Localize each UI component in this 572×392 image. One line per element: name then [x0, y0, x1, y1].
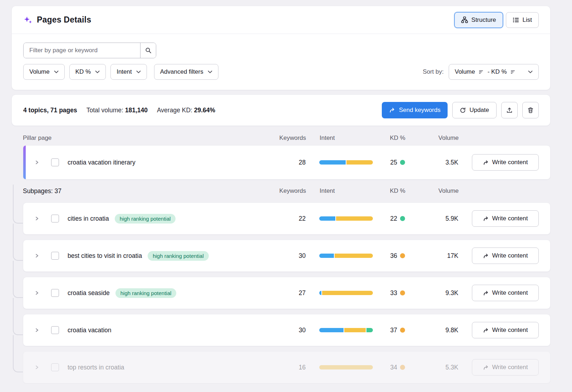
sort-by-select[interactable]: Volume - KD % [449, 64, 539, 80]
keywords-count: 30 [277, 252, 306, 260]
subpages-count: Subpages: 37 [23, 187, 277, 195]
kd-value: 25 [390, 159, 397, 166]
write-content-label: Write content [492, 215, 528, 222]
col-kd: KD % [373, 187, 405, 195]
tree-connector [13, 335, 23, 372]
page-title[interactable]: best cities to visit in croatia [68, 252, 142, 260]
forward-arrow-icon [483, 253, 489, 259]
write-content-button[interactable]: Write content [472, 248, 539, 264]
col-pillar-page: Pillar page [23, 134, 277, 142]
total-volume-label: Total volume: [87, 107, 123, 114]
write-content-button[interactable]: Write content [472, 285, 539, 301]
chevron-down-icon [136, 70, 141, 74]
chevron-down-icon [54, 70, 59, 74]
advanced-filters[interactable]: Advanced filters [154, 64, 218, 80]
page-title[interactable]: top resorts in croatia [68, 364, 124, 371]
average-kd-value: 29.64% [194, 107, 215, 114]
intent-filter[interactable]: Intent [110, 64, 147, 80]
sort-first-label: Volume [455, 68, 475, 75]
expand-chevron-icon[interactable] [32, 328, 42, 333]
volume-value: 5.9K [405, 215, 458, 222]
sort-by-wrap: Sort by: Volume - KD % [423, 64, 539, 80]
row-checkbox[interactable] [51, 326, 59, 334]
summary-stats: 4 topics, 71 pages Total volume: 181,140… [23, 107, 215, 114]
search-input[interactable] [24, 43, 140, 58]
intent-bar [319, 291, 373, 295]
kd-filter[interactable]: KD % [69, 64, 106, 80]
page-title: Pages Details [37, 15, 91, 25]
volume-filter[interactable]: Volume [23, 64, 65, 80]
ranking-potential-badge: high ranking potential [115, 288, 177, 298]
write-content-button[interactable]: Write content [472, 359, 539, 376]
refresh-icon [460, 107, 466, 113]
write-content-button[interactable]: Write content [472, 322, 539, 338]
keywords-count: 27 [277, 289, 306, 297]
tree-connector [13, 224, 23, 261]
subpage-row: cities in croatia high ranking potential… [23, 202, 551, 235]
forward-arrow-icon [483, 290, 489, 296]
volume-filter-label: Volume [29, 68, 50, 75]
page-title[interactable]: cities in croatia [68, 215, 109, 222]
write-content-label: Write content [492, 289, 528, 297]
tree-connector [13, 298, 23, 335]
update-button[interactable]: Update [452, 102, 497, 118]
volume-value: 17K [405, 252, 458, 260]
kd-dot [400, 253, 405, 258]
trash-icon [527, 107, 534, 113]
write-content-label: Write content [492, 159, 528, 166]
row-checkbox[interactable] [51, 363, 59, 371]
keywords-count: 28 [277, 159, 306, 166]
expand-chevron-icon[interactable] [32, 216, 42, 221]
row-checkbox[interactable] [51, 252, 59, 260]
update-label: Update [469, 107, 489, 114]
pages-details-panel: Pages Details Structure [11, 6, 551, 90]
tree-connector [13, 261, 23, 298]
keywords-count: 16 [277, 364, 306, 371]
kd-dot [400, 365, 405, 370]
expand-chevron-icon[interactable] [32, 365, 42, 370]
search-button[interactable] [140, 43, 156, 58]
send-keywords-button[interactable]: Send keywords [382, 102, 448, 118]
structure-view-button[interactable]: Structure [454, 12, 503, 28]
send-keywords-label: Send keywords [399, 107, 440, 114]
kd-value: 37 [390, 327, 397, 334]
expand-chevron-icon[interactable] [32, 253, 42, 258]
col-volume: Volume [405, 134, 459, 142]
col-keywords: Keywords [277, 187, 306, 195]
subpage-row: croatia seaside high ranking potential 2… [23, 277, 551, 309]
chevron-down-icon [208, 70, 212, 74]
upload-icon [506, 107, 513, 113]
list-view-button[interactable]: List [506, 12, 539, 28]
row-checkbox[interactable] [51, 158, 59, 166]
average-kd-label: Average KD: [157, 107, 192, 114]
search-group [23, 43, 156, 58]
page-title[interactable]: croatia vacation itinerary [68, 159, 135, 166]
subpage-row: top resorts in croatia 16 34 5.3K Write … [23, 351, 551, 383]
write-content-button[interactable]: Write content [472, 154, 539, 171]
kd-dot [400, 328, 405, 333]
expand-chevron-icon[interactable] [32, 160, 42, 165]
kd-filter-label: KD % [75, 68, 91, 75]
write-content-button[interactable]: Write content [472, 210, 539, 227]
row-checkbox[interactable] [51, 215, 59, 222]
volume-value: 5.3K [405, 364, 458, 371]
col-intent: Intent [320, 134, 373, 142]
filters-area: Volume KD % Intent Advanced filters [12, 34, 550, 90]
export-button[interactable] [501, 102, 518, 118]
intent-bar [319, 160, 373, 165]
col-intent: Intent [320, 187, 373, 195]
pillar-row: croatia vacation itinerary 28 25 3.5K Wr… [23, 145, 551, 180]
kd-dot [400, 216, 405, 221]
delete-button[interactable] [522, 102, 539, 118]
row-checkbox[interactable] [51, 289, 59, 297]
volume-value: 9.8K [405, 327, 458, 334]
panel-header: Pages Details Structure [12, 6, 550, 34]
page-title[interactable]: croatia seaside [68, 289, 110, 297]
write-content-label: Write content [492, 252, 528, 259]
expand-chevron-icon[interactable] [32, 290, 42, 295]
intent-bar [319, 254, 373, 258]
page-title[interactable]: croatia vacation [68, 327, 112, 334]
send-arrow-icon [389, 107, 395, 113]
ranking-potential-badge: high ranking potential [148, 251, 209, 261]
kd-dot [400, 160, 405, 165]
